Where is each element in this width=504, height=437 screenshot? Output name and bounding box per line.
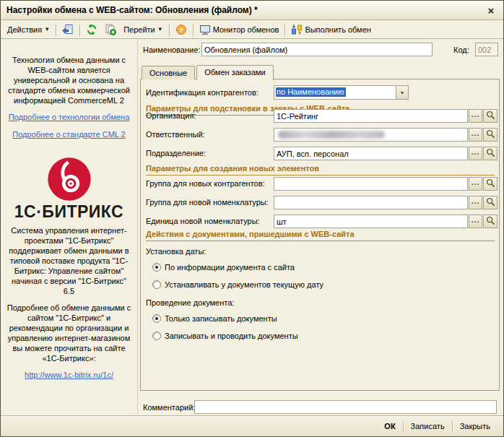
tab-main[interactable]: Основные — [142, 66, 195, 79]
close-icon[interactable]: × — [483, 4, 499, 17]
svg-text:?: ? — [179, 27, 183, 34]
help-icon: ? — [175, 24, 187, 35]
posting-label: Проведение документа: — [146, 298, 234, 307]
exchange-settings-window: Настройки обмена с WEB-сайтом: Обновлени… — [0, 0, 504, 437]
actions-menu-button[interactable]: Действия ▼ — [4, 22, 53, 38]
tab-panel: Идентификация контрагентов: по Наименова… — [140, 79, 500, 391]
organization-input[interactable] — [274, 109, 468, 123]
identification-label: Идентификация контрагентов: — [146, 88, 258, 97]
toolbar: Действия ▼ Перейти ▼ ? — [1, 21, 503, 39]
bitrix-logo-icon — [6, 157, 132, 204]
department-open-button[interactable] — [483, 147, 498, 160]
chevron-down-icon: ▼ — [157, 27, 163, 33]
comment-label: Комментарий: — [143, 403, 195, 412]
comment-input[interactable] — [194, 400, 497, 414]
search-icon — [486, 178, 495, 189]
name-label: Наименование: — [143, 46, 200, 54]
refresh-icon — [86, 24, 97, 35]
new-nomenclature-group-input[interactable] — [274, 196, 468, 209]
responsible-select-button[interactable]: ... — [469, 128, 482, 142]
department-select-button[interactable]: ... — [469, 147, 482, 160]
new-counterparties-group-input[interactable] — [274, 177, 468, 191]
new-counterparties-open-button[interactable] — [483, 177, 498, 191]
refresh-button[interactable] — [82, 22, 101, 38]
new-unit-input[interactable] — [274, 215, 468, 228]
radio-date-from-site[interactable]: По информации документа с сайта — [152, 263, 295, 272]
redacted-value — [278, 131, 385, 139]
save-icon — [62, 24, 74, 35]
chevron-down-icon[interactable]: ▼ — [396, 86, 408, 99]
close-button[interactable]: Закрыть — [453, 420, 498, 433]
write-button[interactable]: Записать — [404, 420, 452, 433]
bitrix-logo-text: 1С·БИТРИКС — [6, 207, 132, 217]
search-icon — [486, 148, 495, 159]
bottom-button-bar: ОК Записать Закрыть — [1, 415, 503, 436]
toolbar-separator — [79, 24, 80, 36]
radio-write-and-post[interactable]: Записывать и проводить документы — [152, 332, 298, 340]
radio-icon — [152, 332, 161, 340]
radio-date-current[interactable]: Устанавливать у документов текущую дату — [152, 280, 323, 289]
radio-write-only[interactable]: Только записывать документы — [152, 314, 277, 323]
radio-label: Записывать и проводить документы — [165, 332, 298, 340]
save-record-button[interactable] — [58, 22, 77, 38]
copy-add-icon — [105, 24, 116, 35]
date-setting-label: Установка даты: — [146, 247, 206, 256]
new-unit-open-button[interactable] — [483, 215, 498, 228]
link-cml-standard[interactable]: Подробнее о стандарте CML 2 — [12, 129, 125, 139]
new-nomenclature-group-label: Группа для новой номенклатуры: — [146, 198, 269, 207]
goto-label: Перейти — [123, 25, 155, 34]
copy-button[interactable] — [101, 22, 120, 38]
code-input — [475, 43, 498, 56]
name-input[interactable] — [201, 43, 433, 56]
department-input[interactable] — [274, 147, 468, 160]
search-icon — [486, 111, 495, 121]
new-counterparties-group-label: Группа для новых контрагентов: — [146, 179, 265, 188]
ok-button[interactable]: ОК — [377, 420, 402, 433]
new-nomenclature-select-button[interactable]: ... — [469, 196, 482, 209]
execute-label: Выполнить обмен — [305, 25, 370, 34]
code-label: Код: — [453, 46, 469, 54]
new-nomenclature-open-button[interactable] — [483, 196, 498, 209]
new-unit-label: Единица новой номенклатуры: — [146, 217, 260, 225]
sidebar-intro-text: Технология обмена данными с WEB-сайтом я… — [6, 55, 132, 105]
toolbar-separator — [56, 24, 56, 36]
main-form: Наименование: Код: Основные Обмен заказа… — [138, 38, 504, 416]
responsible-label: Ответственный: — [146, 130, 205, 139]
exchange-monitor-button[interactable]: Монитор обменов — [196, 22, 283, 38]
tab-order-exchange[interactable]: Обмен заказами — [196, 65, 274, 80]
chevron-down-icon: ▼ — [44, 27, 50, 33]
window-title: Настройки обмена с WEB-сайтом: Обновлени… — [1, 5, 483, 15]
organization-open-button[interactable] — [483, 109, 498, 123]
toolbar-separator — [169, 24, 170, 36]
new-counterparties-select-button[interactable]: ... — [469, 177, 482, 191]
radio-label: Только записывать документы — [165, 314, 277, 323]
bitrix-site-link[interactable]: http://www.1c-bitrix.ru/1c/ — [25, 370, 113, 380]
titlebar: Настройки обмена с WEB-сайтом: Обновлени… — [1, 1, 503, 20]
monitor-icon — [199, 24, 211, 35]
organization-select-button[interactable]: ... — [469, 109, 482, 123]
help-button[interactable]: ? — [172, 22, 191, 38]
responsible-open-button[interactable] — [483, 128, 498, 142]
search-icon — [486, 197, 495, 208]
tab-bar: Основные Обмен заказами — [142, 61, 275, 79]
radio-label: Устанавливать у документов текущую дату — [165, 280, 323, 289]
execute-exchange-button[interactable]: Выполнить обмен — [287, 22, 374, 38]
sidebar-about-text: Система управления интернет-проектами "1… — [6, 225, 132, 296]
goto-menu-button[interactable]: Перейти ▼ — [120, 22, 167, 38]
section-new-elements-header: Параметры для создания новых элементов — [146, 164, 495, 176]
sidebar: Технология обмена данными с WEB-сайтом я… — [1, 39, 138, 416]
actions-label: Действия — [7, 25, 42, 34]
toolbar-separator — [193, 24, 194, 36]
sidebar-more-text: Подробнее об обмене данными с сайтом "1С… — [6, 303, 132, 363]
radio-icon — [152, 263, 161, 272]
exchange-icon — [291, 24, 303, 35]
section-documents-header: Действия с документами, пришедшими с WEB… — [146, 230, 495, 241]
department-label: Подразделение: — [146, 149, 206, 157]
link-technology-details[interactable]: Подробнее о технологии обмена — [9, 112, 130, 122]
identification-combobox[interactable]: по Наименованию ▼ — [274, 85, 409, 100]
search-icon — [486, 129, 495, 140]
identification-value: по Наименованию — [274, 86, 396, 99]
new-unit-select-button[interactable]: ... — [469, 215, 482, 228]
monitor-label: Монитор обменов — [213, 25, 279, 34]
organization-label: Организация: — [146, 111, 196, 120]
